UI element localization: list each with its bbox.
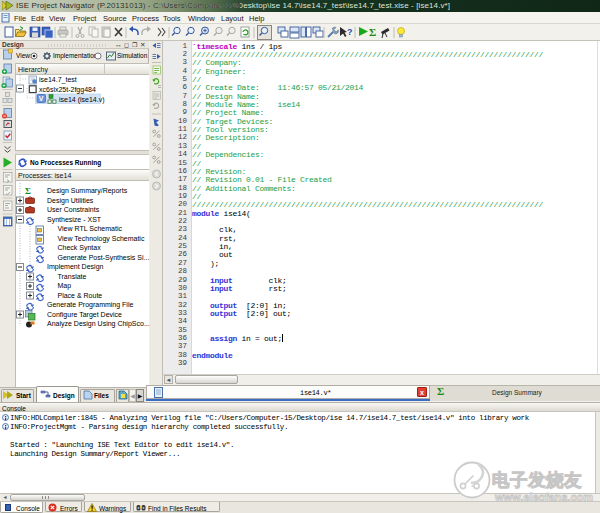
svg-text:V: V (39, 95, 44, 102)
svg-text:Σ: Σ (369, 26, 376, 38)
svg-text:电子发烧友: 电子发烧友 (492, 470, 582, 490)
svg-text:Σ: Σ (25, 186, 31, 196)
svg-text:www.elecfans.com: www.elecfans.com (494, 491, 593, 503)
svg-text:?: ? (347, 27, 353, 37)
